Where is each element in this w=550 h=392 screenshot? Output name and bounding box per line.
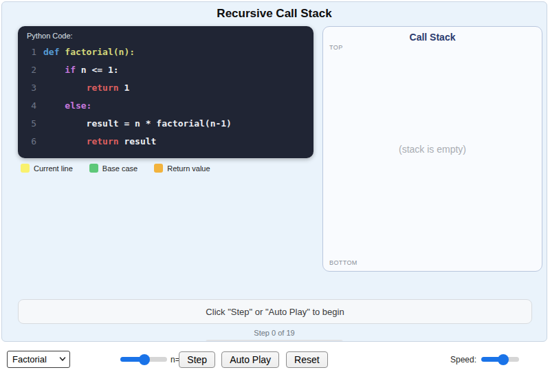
legend-label: Base case [102, 164, 138, 173]
code-line: 1def factorial(n): [27, 43, 305, 61]
stack-bottom-label: BOTTOM [329, 259, 358, 266]
status-message: Click "Step" or "Auto Play" to begin [206, 307, 344, 317]
code-text: return result [43, 133, 156, 151]
code-text: else: [43, 97, 91, 115]
legend-swatch [154, 164, 163, 173]
legend-label: Return value [167, 164, 210, 173]
line-number: 1 [27, 43, 36, 61]
line-number: 2 [27, 61, 36, 79]
legend-item: Return value [154, 164, 210, 173]
controls-bar: Factorial n=4 Step Auto Play Reset Speed… [0, 351, 550, 368]
progress-bar [206, 340, 343, 342]
code-panel: Python Code: 1def factorial(n):2 if n <=… [18, 26, 314, 158]
line-number: 5 [27, 115, 36, 133]
code-text: result = n * factorial(n-1) [43, 115, 232, 133]
reset-button[interactable]: Reset [286, 351, 328, 368]
legend: Current lineBase caseReturn value [21, 164, 314, 173]
code-line: 2 if n <= 1: [27, 61, 305, 79]
call-stack-panel: Call Stack TOP (stack is empty) BOTTOM [322, 26, 542, 272]
status-message-bar: Click "Step" or "Auto Play" to begin [18, 299, 532, 324]
legend-label: Current line [34, 164, 73, 173]
algorithm-select[interactable]: Factorial [7, 351, 70, 368]
code-line: 4 else: [27, 97, 305, 115]
content-row: Python Code: 1def factorial(n):2 if n <=… [2, 26, 547, 272]
legend-item: Base case [89, 164, 138, 173]
legend-item: Current line [21, 164, 73, 173]
code-text: if n <= 1: [43, 61, 119, 79]
speed-slider[interactable] [481, 357, 519, 362]
page-title: Recursive Call Stack [2, 7, 547, 21]
stack-empty-text: (stack is empty) [323, 27, 542, 271]
line-number: 4 [27, 97, 36, 115]
code-line: 3 return 1 [27, 79, 305, 97]
visualizer-panel: Recursive Call Stack Python Code: 1def f… [1, 1, 547, 342]
code-column: Python Code: 1def factorial(n):2 if n <=… [18, 26, 314, 272]
speed-label: Speed: [450, 355, 476, 364]
code-text: return 1 [43, 79, 129, 97]
step-counter: Step 0 of 19 [2, 329, 547, 337]
code-lines: 1def factorial(n):2 if n <= 1:3 return 1… [27, 43, 305, 151]
code-text: def factorial(n): [43, 43, 135, 61]
legend-swatch [89, 164, 98, 173]
auto-play-button[interactable]: Auto Play [221, 351, 279, 368]
algorithm-select-wrap: Factorial [7, 351, 70, 368]
legend-swatch [21, 164, 30, 173]
code-line: 5 result = n * factorial(n-1) [27, 115, 305, 133]
step-button[interactable]: Step [179, 351, 215, 368]
line-number: 6 [27, 133, 36, 151]
code-line: 6 return result [27, 133, 305, 151]
code-panel-caption: Python Code: [27, 32, 305, 40]
line-number: 3 [27, 79, 36, 97]
n-slider[interactable] [120, 357, 167, 362]
